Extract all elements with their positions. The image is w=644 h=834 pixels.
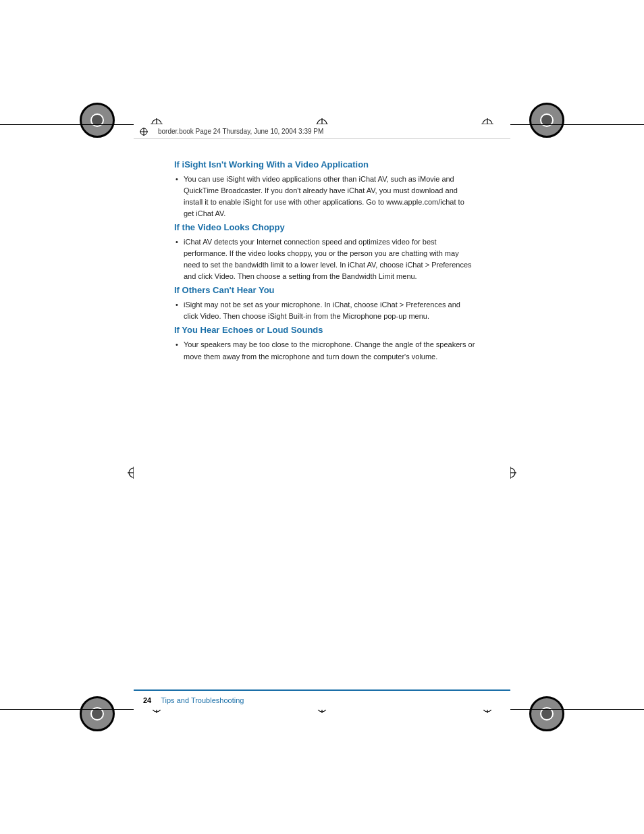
section-others-cant-hear: If Others Can't Hear You iSight may not … xyxy=(174,285,477,322)
section-4-bullet-1: Your speakers may be too close to the mi… xyxy=(174,339,477,362)
content-area: If iSight Isn't Working With a Video App… xyxy=(134,139,510,710)
header-file-info: border.book Page 24 Thursday, June 10, 2… xyxy=(158,128,323,135)
section-heading-2: If the Video Looks Choppy xyxy=(174,222,477,232)
section-isight-not-working: If iSight Isn't Working With a Video App… xyxy=(174,159,477,219)
corner-decoration-tr xyxy=(529,103,564,138)
section-2-bullet-1: iChat AV detects your Internet connectio… xyxy=(174,236,477,282)
footer: 24 Tips and Troubleshooting xyxy=(134,689,510,710)
section-video-choppy: If the Video Looks Choppy iChat AV detec… xyxy=(174,222,477,282)
corner-decoration-tl xyxy=(80,103,115,138)
section-heading-3: If Others Can't Hear You xyxy=(174,285,477,295)
section-3-bullet-1: iSight may not be set as your microphone… xyxy=(174,299,477,322)
section-hear-echoes: If You Hear Echoes or Loud Sounds Your s… xyxy=(174,325,477,362)
section-heading-1: If iSight Isn't Working With a Video App… xyxy=(174,159,477,170)
corner-decoration-br xyxy=(529,696,564,731)
footer-section-label: Tips and Troubleshooting xyxy=(161,696,244,704)
header-bar: border.book Page 24 Thursday, June 10, 2… xyxy=(134,124,510,139)
footer-page-number: 24 xyxy=(143,696,151,704)
section-1-bullet-1: You can use iSight with video applicatio… xyxy=(174,174,477,219)
section-heading-4: If You Hear Echoes or Loud Sounds xyxy=(174,325,477,335)
corner-decoration-bl xyxy=(80,696,115,731)
